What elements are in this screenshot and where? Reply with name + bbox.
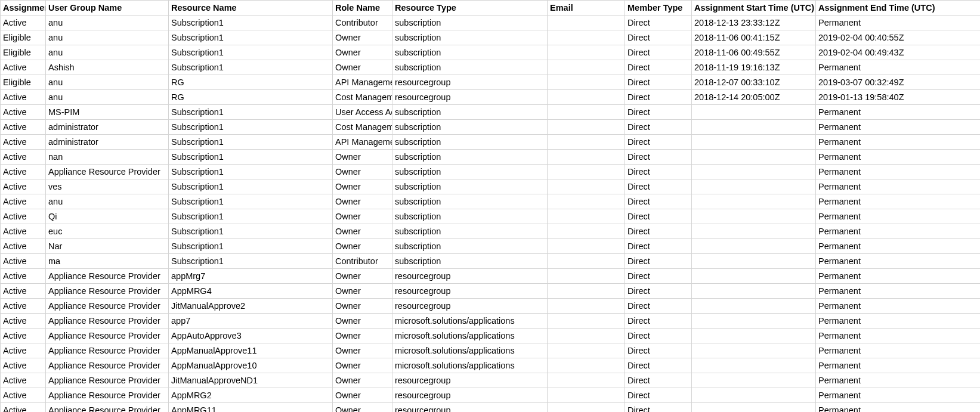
cell-end-time[interactable]: Permanent: [816, 60, 981, 75]
cell-end-time[interactable]: Permanent: [816, 239, 981, 254]
cell-role-name[interactable]: Owner: [333, 165, 392, 179]
cell-resource-name[interactable]: app7: [169, 314, 333, 329]
table-row[interactable]: ActiveAppliance Resource ProviderJitManu…: [1, 373, 981, 388]
cell-email[interactable]: [548, 30, 625, 45]
cell-resource-name[interactable]: appMrg7: [169, 269, 333, 284]
cell-resource-type[interactable]: microsoft.solutions/applications: [392, 343, 548, 358]
cell-resource-type[interactable]: resourcegroup: [392, 403, 548, 413]
cell-assignment[interactable]: Active: [1, 373, 46, 388]
cell-resource-type[interactable]: subscription: [392, 165, 548, 179]
cell-user-group-name[interactable]: nan: [46, 150, 169, 165]
cell-assignment[interactable]: Active: [1, 179, 46, 194]
cell-assignment[interactable]: Active: [1, 224, 46, 239]
cell-user-group-name[interactable]: anu: [46, 194, 169, 209]
cell-start-time[interactable]: [692, 388, 816, 403]
cell-end-time[interactable]: Permanent: [816, 209, 981, 224]
cell-assignment[interactable]: Active: [1, 358, 46, 373]
cell-member-type[interactable]: Direct: [625, 343, 692, 358]
cell-resource-type[interactable]: resourcegroup: [392, 75, 548, 90]
cell-resource-name[interactable]: Subscription1: [169, 135, 333, 150]
cell-end-time[interactable]: Permanent: [816, 254, 981, 269]
cell-start-time[interactable]: [692, 120, 816, 135]
cell-assignment[interactable]: Active: [1, 403, 46, 413]
table-row[interactable]: ActiveAppliance Resource ProviderAppManu…: [1, 358, 981, 373]
cell-start-time[interactable]: [692, 358, 816, 373]
cell-role-name[interactable]: Owner: [333, 194, 392, 209]
cell-start-time[interactable]: [692, 150, 816, 165]
cell-resource-type[interactable]: subscription: [392, 30, 548, 45]
table-row[interactable]: EligibleanuRGAPI Managementresourcegroup…: [1, 75, 981, 90]
cell-role-name[interactable]: Contributor: [333, 16, 392, 30]
cell-resource-name[interactable]: Subscription1: [169, 224, 333, 239]
cell-email[interactable]: [548, 179, 625, 194]
cell-member-type[interactable]: Direct: [625, 388, 692, 403]
cell-user-group-name[interactable]: anu: [46, 90, 169, 105]
cell-role-name[interactable]: Owner: [333, 373, 392, 388]
cell-email[interactable]: [548, 60, 625, 75]
header-member-type[interactable]: Member Type: [625, 1, 692, 16]
table-row[interactable]: ActivevesSubscription1OwnersubscriptionD…: [1, 179, 981, 194]
cell-email[interactable]: [548, 403, 625, 413]
cell-user-group-name[interactable]: Nar: [46, 239, 169, 254]
cell-resource-name[interactable]: RG: [169, 75, 333, 90]
cell-resource-name[interactable]: Subscription1: [169, 194, 333, 209]
cell-end-time[interactable]: Permanent: [816, 105, 981, 120]
cell-start-time[interactable]: [692, 284, 816, 299]
cell-member-type[interactable]: Direct: [625, 150, 692, 165]
cell-start-time[interactable]: [692, 194, 816, 209]
cell-assignment[interactable]: Active: [1, 165, 46, 179]
cell-role-name[interactable]: Owner: [333, 284, 392, 299]
cell-role-name[interactable]: Owner: [333, 30, 392, 45]
cell-member-type[interactable]: Direct: [625, 165, 692, 179]
cell-email[interactable]: [548, 269, 625, 284]
cell-role-name[interactable]: User Access Administrator: [333, 105, 392, 120]
cell-start-time[interactable]: 2018-11-19 19:16:13Z: [692, 60, 816, 75]
cell-email[interactable]: [548, 329, 625, 343]
cell-resource-name[interactable]: AppManualApprove10: [169, 358, 333, 373]
cell-member-type[interactable]: Direct: [625, 75, 692, 90]
cell-email[interactable]: [548, 16, 625, 30]
table-row[interactable]: ActiveanuSubscription1Contributorsubscri…: [1, 16, 981, 30]
cell-resource-type[interactable]: subscription: [392, 16, 548, 30]
cell-user-group-name[interactable]: Appliance Resource Provider: [46, 403, 169, 413]
cell-role-name[interactable]: Owner: [333, 269, 392, 284]
cell-assignment[interactable]: Eligible: [1, 30, 46, 45]
cell-user-group-name[interactable]: Appliance Resource Provider: [46, 388, 169, 403]
cell-start-time[interactable]: 2018-12-13 23:33:12Z: [692, 16, 816, 30]
cell-end-time[interactable]: Permanent: [816, 299, 981, 314]
cell-resource-name[interactable]: Subscription1: [169, 179, 333, 194]
cell-member-type[interactable]: Direct: [625, 45, 692, 60]
cell-end-time[interactable]: 2019-01-13 19:58:40Z: [816, 90, 981, 105]
table-row[interactable]: ActiveadministratorSubscription1API Mana…: [1, 135, 981, 150]
cell-member-type[interactable]: Direct: [625, 120, 692, 135]
cell-member-type[interactable]: Direct: [625, 16, 692, 30]
cell-user-group-name[interactable]: Appliance Resource Provider: [46, 284, 169, 299]
cell-member-type[interactable]: Direct: [625, 358, 692, 373]
cell-resource-name[interactable]: Subscription1: [169, 165, 333, 179]
table-row[interactable]: ActiveanuSubscription1OwnersubscriptionD…: [1, 194, 981, 209]
cell-assignment[interactable]: Eligible: [1, 45, 46, 60]
cell-member-type[interactable]: Direct: [625, 179, 692, 194]
cell-user-group-name[interactable]: MS-PIM: [46, 105, 169, 120]
cell-start-time[interactable]: [692, 209, 816, 224]
cell-resource-name[interactable]: Subscription1: [169, 16, 333, 30]
cell-end-time[interactable]: Permanent: [816, 135, 981, 150]
table-row[interactable]: ActivenanSubscription1OwnersubscriptionD…: [1, 150, 981, 165]
cell-end-time[interactable]: Permanent: [816, 329, 981, 343]
cell-resource-type[interactable]: microsoft.solutions/applications: [392, 329, 548, 343]
cell-member-type[interactable]: Direct: [625, 135, 692, 150]
cell-email[interactable]: [548, 224, 625, 239]
cell-role-name[interactable]: Owner: [333, 343, 392, 358]
cell-member-type[interactable]: Direct: [625, 239, 692, 254]
cell-role-name[interactable]: Owner: [333, 388, 392, 403]
cell-user-group-name[interactable]: Appliance Resource Provider: [46, 343, 169, 358]
cell-member-type[interactable]: Direct: [625, 194, 692, 209]
cell-assignment[interactable]: Active: [1, 269, 46, 284]
cell-start-time[interactable]: [692, 224, 816, 239]
cell-member-type[interactable]: Direct: [625, 60, 692, 75]
cell-resource-type[interactable]: subscription: [392, 45, 548, 60]
table-row[interactable]: ActiveAppliance Resource ProviderAppMRG2…: [1, 388, 981, 403]
cell-resource-name[interactable]: Subscription1: [169, 120, 333, 135]
cell-email[interactable]: [548, 299, 625, 314]
cell-email[interactable]: [548, 239, 625, 254]
